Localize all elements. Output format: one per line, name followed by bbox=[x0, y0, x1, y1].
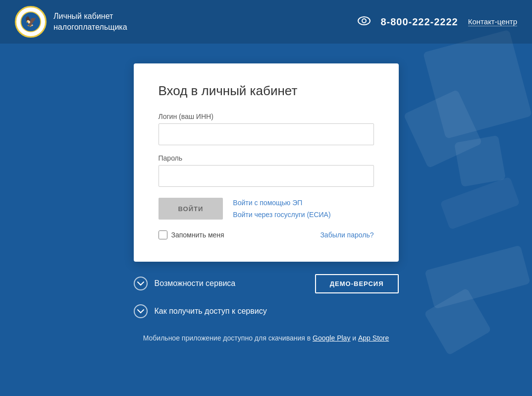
password-field-group: Пароль bbox=[159, 154, 374, 187]
esia-login-link[interactable]: Войти через госуслуги (ЕСИА) bbox=[233, 211, 330, 219]
mobile-app-text: Мобильное приложение доступно для скачив… bbox=[134, 334, 399, 342]
eye-icon[interactable] bbox=[358, 15, 371, 28]
forgot-password-link[interactable]: Забыли пароль? bbox=[320, 231, 373, 239]
ep-login-link[interactable]: Войти с помощью ЭП bbox=[233, 199, 330, 207]
main-content: Вход в личный кабинет Логин (ваш ИНН) Па… bbox=[0, 44, 532, 352]
access-label: Как получить доступ к сервису bbox=[155, 307, 267, 316]
remember-left: Запомнить меня bbox=[159, 230, 224, 239]
bottom-section: Возможности сервиса ДЕМО-ВЕРСИЯ Как полу… bbox=[134, 270, 399, 325]
phone-number: 8-800-222-2222 bbox=[380, 16, 458, 28]
svg-point-2 bbox=[358, 17, 370, 25]
service-features-accordion[interactable]: Возможности сервиса bbox=[134, 270, 236, 297]
chevron-down-icon-1 bbox=[134, 277, 148, 290]
password-input[interactable] bbox=[159, 165, 374, 187]
form-actions: ВОЙТИ Войти с помощью ЭП Войти через гос… bbox=[159, 198, 374, 220]
login-title: Вход в личный кабинет bbox=[159, 83, 374, 99]
contact-center-link[interactable]: Контакт-центр bbox=[468, 17, 517, 26]
logo: 🦅 bbox=[15, 6, 47, 38]
login-label: Логин (ваш ИНН) bbox=[159, 113, 374, 120]
login-input[interactable] bbox=[159, 123, 374, 145]
password-label: Пароль bbox=[159, 154, 374, 162]
app-store-link[interactable]: App Store bbox=[358, 334, 389, 342]
svg-point-3 bbox=[362, 19, 366, 23]
header: 🦅 Личный кабинет налогоплательщика 8-800… bbox=[0, 0, 532, 44]
demo-version-button[interactable]: ДЕМО-ВЕРСИЯ bbox=[315, 274, 399, 293]
header-title: Личный кабинет налогоплательщика bbox=[53, 11, 127, 33]
header-left: 🦅 Личный кабинет налогоплательщика bbox=[15, 6, 127, 38]
side-links: Войти с помощью ЭП Войти через госуслуги… bbox=[233, 198, 330, 219]
remember-label[interactable]: Запомнить меня bbox=[171, 231, 224, 239]
login-button[interactable]: ВОЙТИ bbox=[159, 198, 223, 220]
google-play-link[interactable]: Google Play bbox=[313, 334, 350, 342]
service-features-label: Возможности сервиса bbox=[155, 279, 236, 288]
access-accordion[interactable]: Как получить доступ к сервису bbox=[134, 297, 399, 325]
svg-text:🦅: 🦅 bbox=[25, 15, 37, 27]
login-card: Вход в личный кабинет Логин (ваш ИНН) Па… bbox=[134, 63, 399, 262]
login-field-group: Логин (ваш ИНН) bbox=[159, 113, 374, 145]
remember-checkbox[interactable] bbox=[159, 230, 167, 239]
chevron-down-icon-2 bbox=[134, 304, 148, 318]
service-features-row: Возможности сервиса ДЕМО-ВЕРСИЯ bbox=[134, 270, 399, 297]
header-right: 8-800-222-2222 Контакт-центр bbox=[358, 15, 517, 28]
remember-row: Запомнить меня Забыли пароль? bbox=[159, 230, 374, 239]
